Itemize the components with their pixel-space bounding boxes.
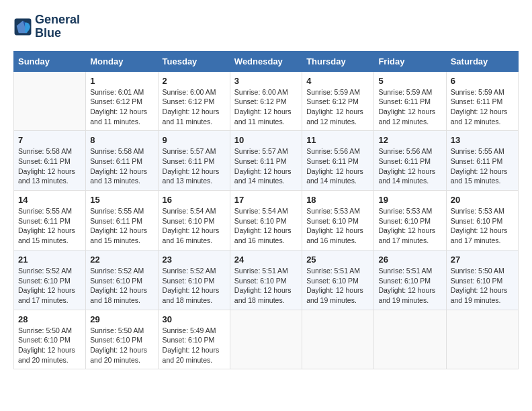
calendar-cell: 22Sunrise: 5:52 AMSunset: 6:10 PMDayligh…: [86, 250, 158, 310]
calendar-cell: 5Sunrise: 5:59 AMSunset: 6:11 PMDaylight…: [374, 71, 446, 131]
day-info: Sunrise: 6:01 AMSunset: 6:12 PMDaylight:…: [90, 87, 153, 127]
day-info: Sunrise: 5:54 AMSunset: 6:10 PMDaylight:…: [163, 206, 226, 246]
day-info: Sunrise: 5:55 AMSunset: 6:11 PMDaylight:…: [90, 206, 153, 246]
day-info: Sunrise: 5:53 AMSunset: 6:10 PMDaylight:…: [378, 206, 441, 246]
calendar-cell: 10Sunrise: 5:57 AMSunset: 6:11 PMDayligh…: [230, 131, 302, 191]
calendar-cell: 27Sunrise: 5:50 AMSunset: 6:10 PMDayligh…: [446, 250, 518, 310]
day-info: Sunrise: 5:53 AMSunset: 6:10 PMDaylight:…: [451, 206, 514, 246]
calendar-cell: 15Sunrise: 5:55 AMSunset: 6:11 PMDayligh…: [86, 191, 158, 250]
calendar-cell: 13Sunrise: 5:55 AMSunset: 6:11 PMDayligh…: [446, 131, 518, 191]
day-info: Sunrise: 5:51 AMSunset: 6:10 PMDaylight:…: [378, 266, 441, 306]
day-info: Sunrise: 5:53 AMSunset: 6:10 PMDaylight:…: [306, 206, 369, 246]
day-number: 27: [451, 255, 514, 265]
calendar-cell: 2Sunrise: 6:00 AMSunset: 6:12 PMDaylight…: [158, 71, 230, 131]
day-number: 12: [378, 135, 441, 145]
day-info: Sunrise: 5:55 AMSunset: 6:11 PMDaylight:…: [451, 146, 514, 186]
day-number: 25: [306, 255, 369, 265]
day-number: 28: [18, 314, 81, 324]
day-info: Sunrise: 5:59 AMSunset: 6:11 PMDaylight:…: [451, 87, 514, 127]
logo: General Blue: [13, 13, 80, 40]
calendar-cell: 24Sunrise: 5:51 AMSunset: 6:10 PMDayligh…: [230, 250, 302, 310]
day-info: Sunrise: 5:56 AMSunset: 6:11 PMDaylight:…: [378, 146, 441, 186]
calendar-cell: [230, 310, 302, 369]
day-number: 21: [18, 255, 81, 265]
day-info: Sunrise: 5:51 AMSunset: 6:10 PMDaylight:…: [234, 266, 298, 306]
calendar-cell: 8Sunrise: 5:58 AMSunset: 6:11 PMDaylight…: [86, 131, 158, 191]
calendar-cell: 3Sunrise: 6:00 AMSunset: 6:12 PMDaylight…: [230, 71, 302, 131]
calendar-cell: 17Sunrise: 5:54 AMSunset: 6:10 PMDayligh…: [230, 191, 302, 250]
logo-text: General Blue: [35, 13, 80, 40]
col-header-tuesday: Tuesday: [158, 51, 230, 71]
col-header-friday: Friday: [374, 51, 446, 71]
calendar-cell: 21Sunrise: 5:52 AMSunset: 6:10 PMDayligh…: [14, 250, 86, 310]
day-number: 14: [18, 195, 81, 205]
calendar-cell: [302, 310, 374, 369]
day-info: Sunrise: 5:57 AMSunset: 6:11 PMDaylight:…: [163, 146, 226, 186]
calendar-cell: 26Sunrise: 5:51 AMSunset: 6:10 PMDayligh…: [374, 250, 446, 310]
calendar-cell: 20Sunrise: 5:53 AMSunset: 6:10 PMDayligh…: [446, 191, 518, 250]
day-info: Sunrise: 5:57 AMSunset: 6:11 PMDaylight:…: [234, 146, 298, 186]
day-number: 23: [163, 255, 226, 265]
calendar-cell: [374, 310, 446, 369]
day-info: Sunrise: 5:52 AMSunset: 6:10 PMDaylight:…: [163, 266, 226, 306]
day-number: 20: [451, 195, 514, 205]
col-header-wednesday: Wednesday: [230, 51, 302, 71]
day-number: 24: [234, 255, 298, 265]
day-number: 11: [306, 135, 369, 145]
day-info: Sunrise: 5:52 AMSunset: 6:10 PMDaylight:…: [18, 266, 81, 306]
day-info: Sunrise: 6:00 AMSunset: 6:12 PMDaylight:…: [234, 87, 298, 127]
day-info: Sunrise: 5:59 AMSunset: 6:12 PMDaylight:…: [306, 87, 369, 127]
day-info: Sunrise: 5:54 AMSunset: 6:10 PMDaylight:…: [234, 206, 298, 246]
day-number: 19: [378, 195, 441, 205]
day-info: Sunrise: 5:59 AMSunset: 6:11 PMDaylight:…: [378, 87, 441, 127]
day-number: 1: [90, 76, 153, 86]
calendar-cell: 6Sunrise: 5:59 AMSunset: 6:11 PMDaylight…: [446, 71, 518, 131]
calendar-cell: 23Sunrise: 5:52 AMSunset: 6:10 PMDayligh…: [158, 250, 230, 310]
day-info: Sunrise: 5:58 AMSunset: 6:11 PMDaylight:…: [90, 146, 153, 186]
day-info: Sunrise: 5:58 AMSunset: 6:11 PMDaylight:…: [18, 146, 81, 186]
day-number: 6: [451, 76, 514, 86]
day-number: 5: [378, 76, 441, 86]
day-number: 2: [163, 76, 226, 86]
day-number: 13: [451, 135, 514, 145]
col-header-monday: Monday: [86, 51, 158, 71]
day-info: Sunrise: 5:52 AMSunset: 6:10 PMDaylight:…: [90, 266, 153, 306]
calendar-cell: 4Sunrise: 5:59 AMSunset: 6:12 PMDaylight…: [302, 71, 374, 131]
day-number: 15: [90, 195, 153, 205]
day-info: Sunrise: 6:00 AMSunset: 6:12 PMDaylight:…: [163, 87, 226, 127]
calendar-cell: 14Sunrise: 5:55 AMSunset: 6:11 PMDayligh…: [14, 191, 86, 250]
day-number: 18: [306, 195, 369, 205]
day-info: Sunrise: 5:51 AMSunset: 6:10 PMDaylight:…: [306, 266, 369, 306]
day-number: 7: [18, 135, 81, 145]
day-info: Sunrise: 5:50 AMSunset: 6:10 PMDaylight:…: [18, 326, 81, 365]
calendar-cell: 19Sunrise: 5:53 AMSunset: 6:10 PMDayligh…: [374, 191, 446, 250]
calendar-cell: 12Sunrise: 5:56 AMSunset: 6:11 PMDayligh…: [374, 131, 446, 191]
logo-icon: [13, 17, 32, 36]
calendar-cell: 16Sunrise: 5:54 AMSunset: 6:10 PMDayligh…: [158, 191, 230, 250]
calendar-cell: 9Sunrise: 5:57 AMSunset: 6:11 PMDaylight…: [158, 131, 230, 191]
day-info: Sunrise: 5:50 AMSunset: 6:10 PMDaylight:…: [90, 326, 153, 365]
day-number: 17: [234, 195, 298, 205]
calendar-cell: 29Sunrise: 5:50 AMSunset: 6:10 PMDayligh…: [86, 310, 158, 369]
day-number: 4: [306, 76, 369, 86]
col-header-saturday: Saturday: [446, 51, 518, 71]
day-number: 9: [163, 135, 226, 145]
day-info: Sunrise: 5:50 AMSunset: 6:10 PMDaylight:…: [451, 266, 514, 306]
calendar-table: SundayMondayTuesdayWednesdayThursdayFrid…: [13, 51, 519, 370]
calendar-cell: [446, 310, 518, 369]
day-number: 16: [163, 195, 226, 205]
day-number: 10: [234, 135, 298, 145]
day-info: Sunrise: 5:55 AMSunset: 6:11 PMDaylight:…: [18, 206, 81, 246]
day-number: 29: [90, 314, 153, 324]
day-number: 22: [90, 255, 153, 265]
day-info: Sunrise: 5:49 AMSunset: 6:10 PMDaylight:…: [163, 326, 226, 365]
calendar-cell: [14, 71, 86, 131]
day-number: 8: [90, 135, 153, 145]
day-number: 30: [163, 314, 226, 324]
calendar-cell: 11Sunrise: 5:56 AMSunset: 6:11 PMDayligh…: [302, 131, 374, 191]
calendar-cell: 1Sunrise: 6:01 AMSunset: 6:12 PMDaylight…: [86, 71, 158, 131]
day-number: 3: [234, 76, 298, 86]
calendar-cell: 7Sunrise: 5:58 AMSunset: 6:11 PMDaylight…: [14, 131, 86, 191]
col-header-sunday: Sunday: [14, 51, 86, 71]
day-info: Sunrise: 5:56 AMSunset: 6:11 PMDaylight:…: [306, 146, 369, 186]
